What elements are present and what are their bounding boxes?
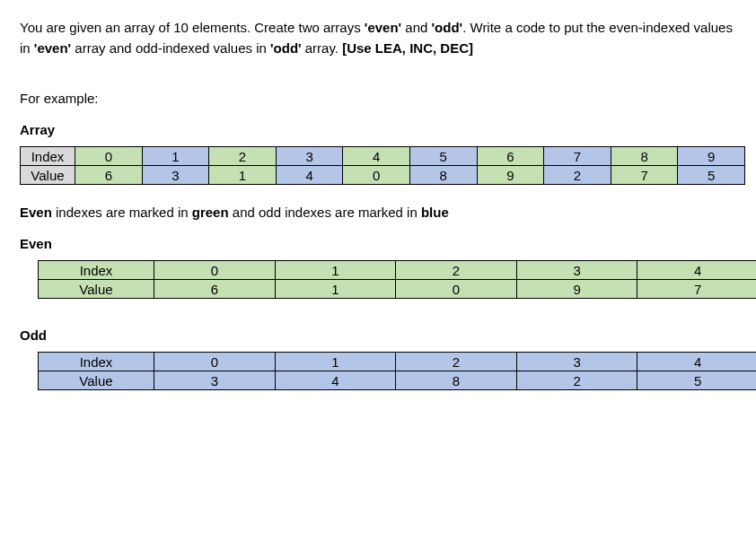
odd-title: Odd — [20, 327, 736, 343]
odd-table: Index 0 1 2 3 4 Value 3 4 8 2 5 — [38, 352, 756, 390]
explain-even: Even — [20, 205, 52, 220]
prompt-bold-odd: 'odd' — [432, 20, 463, 35]
odd-index-cell: 4 — [637, 353, 756, 371]
even-value-cell: 7 — [637, 280, 756, 299]
array-table: Index 0 1 2 3 4 5 6 7 8 9 Value 6 3 1 4 … — [20, 146, 745, 185]
odd-value-cell: 8 — [396, 371, 517, 390]
table-row: Value 6 3 1 4 0 8 9 2 7 5 — [21, 166, 745, 185]
even-index-cell: 3 — [516, 261, 637, 280]
row-label-index: Index — [39, 261, 154, 280]
explain-green: green — [192, 205, 229, 220]
even-index-cell: 2 — [396, 261, 517, 280]
even-value-cell: 6 — [154, 280, 276, 299]
array-value-cell: 9 — [477, 166, 544, 185]
array-value-cell: 2 — [544, 166, 611, 185]
array-index-cell: 6 — [477, 147, 544, 166]
prompt-text: and — [401, 20, 431, 35]
row-label-index: Index — [21, 147, 75, 166]
even-title: Even — [20, 236, 736, 251]
prompt-bold-constraint: [Use LEA, INC, DEC] — [342, 40, 473, 56]
odd-index-cell: 3 — [516, 353, 637, 371]
even-value-cell: 0 — [396, 280, 517, 299]
explain-text: and odd indexes are marked in — [229, 205, 421, 220]
even-table: Index 0 1 2 3 4 Value 6 1 0 9 7 — [38, 260, 756, 299]
array-title: Array — [20, 122, 736, 137]
table-row: Index 0 1 2 3 4 5 6 7 8 9 — [21, 147, 745, 166]
table-row: Value 6 1 0 9 7 — [39, 280, 757, 299]
table-row: Index 0 1 2 3 4 — [39, 353, 757, 371]
table-row: Index 0 1 2 3 4 — [39, 261, 757, 280]
odd-value-cell: 4 — [275, 371, 396, 390]
array-value-cell: 4 — [276, 166, 343, 185]
prompt-text: array and odd-indexed values in — [71, 40, 270, 56]
even-index-cell: 4 — [637, 261, 756, 280]
array-index-cell: 0 — [75, 147, 143, 166]
row-label-index: Index — [39, 353, 154, 371]
array-value-cell: 8 — [409, 166, 477, 185]
array-value-cell: 0 — [343, 166, 410, 185]
even-index-cell: 0 — [154, 261, 276, 280]
odd-value-cell: 5 — [637, 371, 756, 390]
prompt-bold-even: 'even' — [365, 20, 401, 35]
array-index-cell: 4 — [343, 147, 410, 166]
array-index-cell: 3 — [276, 147, 343, 166]
problem-statement: You are given an array of 10 elements. C… — [20, 18, 736, 58]
odd-index-cell: 2 — [396, 353, 517, 371]
prompt-bold-odd2: 'odd' — [270, 40, 302, 56]
explain-line: Even indexes are marked in green and odd… — [20, 205, 736, 220]
array-value-cell: 7 — [611, 166, 678, 185]
even-value-cell: 9 — [516, 280, 637, 299]
array-value-cell: 1 — [209, 166, 277, 185]
explain-text: indexes are marked in — [52, 205, 192, 220]
even-index-cell: 1 — [275, 261, 396, 280]
array-index-cell: 2 — [209, 147, 277, 166]
odd-value-cell: 2 — [516, 371, 637, 390]
array-index-cell: 7 — [544, 147, 611, 166]
odd-index-cell: 0 — [154, 353, 276, 371]
prompt-text: array. — [302, 40, 343, 56]
array-index-cell: 9 — [678, 147, 745, 166]
array-index-cell: 5 — [409, 147, 477, 166]
array-index-cell: 8 — [611, 147, 678, 166]
prompt-bold-even2: 'even' — [34, 40, 71, 56]
row-label-value: Value — [21, 166, 75, 185]
prompt-text: You are given an array of 10 elements. C… — [20, 20, 365, 35]
array-value-cell: 5 — [678, 166, 745, 185]
odd-index-cell: 1 — [275, 353, 396, 371]
even-value-cell: 1 — [275, 280, 396, 299]
row-label-value: Value — [39, 280, 154, 299]
table-row: Value 3 4 8 2 5 — [39, 371, 757, 390]
array-value-cell: 6 — [75, 166, 143, 185]
example-label: For example: — [20, 91, 736, 106]
array-value-cell: 3 — [142, 166, 209, 185]
odd-value-cell: 3 — [154, 371, 276, 390]
explain-blue: blue — [421, 205, 449, 220]
array-index-cell: 1 — [142, 147, 209, 166]
row-label-value: Value — [39, 371, 154, 390]
